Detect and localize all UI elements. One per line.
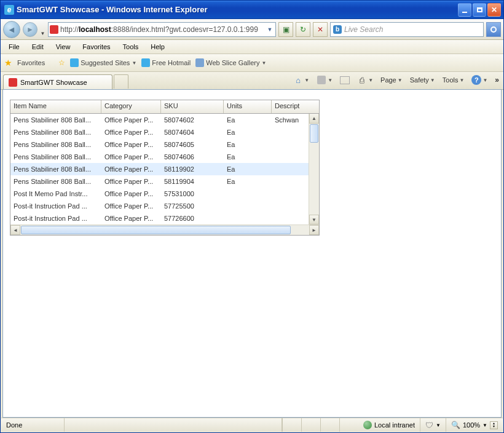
- cell: 58119902: [161, 165, 224, 173]
- forward-button[interactable]: ►: [23, 22, 37, 37]
- cell: Ea: [224, 153, 272, 161]
- refresh-button[interactable]: ↻: [296, 22, 310, 37]
- col-item-name[interactable]: Item Name: [10, 100, 101, 113]
- maximize-button[interactable]: [473, 3, 486, 17]
- cell: Office Paper P...: [101, 190, 161, 197]
- back-button[interactable]: ◄: [3, 21, 20, 38]
- cell: Schwan: [272, 116, 307, 124]
- col-category[interactable]: Category: [101, 100, 161, 113]
- minimize-button[interactable]: [458, 3, 471, 17]
- tab-site-icon: [9, 78, 17, 87]
- grid-body: Pens Stabiliner 808 Ball...Office Paper …: [10, 114, 319, 224]
- table-row[interactable]: Pens Stabiliner 808 Ball...Office Paper …: [10, 114, 309, 126]
- cell: Pens Stabiliner 808 Ball...: [10, 129, 101, 136]
- stop-button[interactable]: ✕: [313, 22, 328, 37]
- vertical-scrollbar[interactable]: ▲ ▼: [309, 114, 319, 224]
- cell: 58074602: [161, 116, 224, 124]
- cell: Office Paper P...: [101, 153, 161, 161]
- col-sku[interactable]: SKU: [161, 100, 224, 113]
- magnifier-icon: 🔍: [451, 421, 460, 429]
- help-icon: ?: [471, 75, 481, 85]
- resize-grip-icon[interactable]: ▴▾: [490, 421, 498, 429]
- star-icon: ★: [4, 58, 12, 68]
- scroll-right-icon[interactable]: ►: [309, 225, 319, 235]
- menu-help[interactable]: Help: [145, 42, 170, 52]
- scroll-left-icon[interactable]: ◄: [10, 225, 20, 235]
- cell: 58119904: [161, 178, 224, 185]
- fav-add-icon[interactable]: ☆: [58, 58, 65, 67]
- table-row[interactable]: Pens Stabiliner 808 Ball...Office Paper …: [10, 175, 309, 188]
- zoom-control[interactable]: 🔍 100% ▼ ▴▾: [446, 418, 503, 432]
- compat-button[interactable]: ▣: [278, 22, 293, 37]
- new-tab-button[interactable]: [114, 74, 128, 89]
- tools-menu[interactable]: Tools▼: [441, 75, 467, 85]
- cell: Office Paper P...: [101, 116, 161, 124]
- web-slice-gallery[interactable]: Web Slice Gallery▼: [195, 58, 266, 67]
- cell: Post-it Instruction Pad ...: [10, 202, 101, 210]
- menu-file[interactable]: File: [3, 42, 25, 52]
- table-row[interactable]: Post-it Instruction Pad ...Office Paper …: [10, 200, 309, 212]
- shield-icon: 🛡: [425, 421, 433, 430]
- table-row[interactable]: Pens Stabiliner 808 Ball...Office Paper …: [10, 126, 309, 138]
- page-content: java2s.com Item Name Category SKU Units …: [2, 89, 502, 418]
- favorites-button[interactable]: Favorites: [17, 59, 45, 66]
- menu-view[interactable]: View: [50, 42, 76, 52]
- cell: 57531000: [161, 190, 224, 197]
- read-mail-button[interactable]: [338, 74, 352, 86]
- feeds-button[interactable]: ▼: [315, 74, 334, 86]
- cell: 57725500: [161, 202, 224, 210]
- table-row[interactable]: Post It Memo Pad Instr...Office Paper P.…: [10, 188, 309, 200]
- free-hotmail[interactable]: Free Hotmail: [141, 58, 191, 67]
- command-bar: ⌂▼ ▼ ⎙▼ Page▼ Safety▼ Tools▼ ?▼ »: [291, 74, 501, 86]
- search-placeholder: Live Search: [344, 25, 383, 34]
- close-button[interactable]: [487, 3, 501, 17]
- url-text: http://localhost:8888/index.html?gwt.cod…: [60, 25, 264, 34]
- search-box[interactable]: b Live Search: [330, 22, 484, 37]
- horizontal-scrollbar[interactable]: ◄ ►: [10, 224, 319, 235]
- cell: Pens Stabiliner 808 Ball...: [10, 165, 101, 173]
- cell: Office Paper P...: [101, 165, 161, 173]
- vscroll-thumb[interactable]: [310, 124, 318, 143]
- hscroll-thumb[interactable]: [21, 226, 291, 234]
- menu-edit[interactable]: Edit: [26, 42, 49, 52]
- status-text: Done: [1, 418, 65, 432]
- cell: Pens Stabiliner 808 Ball...: [10, 153, 101, 161]
- table-row[interactable]: Pens Stabiliner 808 Ball...Office Paper …: [10, 138, 309, 151]
- data-grid: Item Name Category SKU Units Descript Pe…: [10, 100, 320, 236]
- window-title: SmartGWT Showcase - Windows Internet Exp…: [17, 5, 458, 14]
- home-button[interactable]: ⌂▼: [291, 74, 311, 86]
- address-bar[interactable]: http://localhost:8888/index.html?gwt.cod…: [48, 22, 276, 37]
- security-zone[interactable]: Local intranet: [358, 418, 420, 432]
- nav-toolbar: ◄ ► ▼ http://localhost:8888/index.html?g…: [1, 19, 503, 40]
- address-dropdown-icon[interactable]: ▼: [266, 26, 274, 33]
- overflow-button[interactable]: »: [493, 74, 501, 85]
- col-descript[interactable]: Descript: [272, 100, 307, 113]
- suggested-sites[interactable]: Suggested Sites▼: [70, 58, 136, 67]
- print-button[interactable]: ⎙▼: [355, 74, 375, 86]
- page-menu[interactable]: Page▼: [379, 75, 404, 85]
- cell: 58074606: [161, 153, 224, 161]
- help-button[interactable]: ?▼: [470, 74, 489, 86]
- cell: Pens Stabiliner 808 Ball...: [10, 116, 101, 124]
- cell: Ea: [224, 165, 272, 173]
- protected-mode[interactable]: 🛡▼: [420, 418, 446, 432]
- bing-icon: b: [333, 25, 342, 34]
- cell: Ea: [224, 116, 272, 124]
- safety-menu[interactable]: Safety▼: [408, 75, 437, 85]
- scroll-up-icon[interactable]: ▲: [309, 114, 319, 124]
- nav-history-dropdown[interactable]: ▼: [40, 20, 45, 38]
- table-row[interactable]: Pens Stabiliner 808 Ball...Office Paper …: [10, 151, 309, 163]
- menu-tools[interactable]: Tools: [117, 42, 144, 52]
- cell: Post-it Instruction Pad ...: [10, 215, 101, 222]
- tab-smartgwt-showcase[interactable]: SmartGWT Showcase: [3, 74, 112, 89]
- menu-favorites[interactable]: Favorites: [77, 42, 116, 52]
- search-go-button[interactable]: [486, 22, 501, 37]
- cell: Office Paper P...: [101, 141, 161, 148]
- scroll-down-icon[interactable]: ▼: [309, 215, 319, 224]
- rss-icon: [317, 76, 326, 84]
- status-bar: Done Local intranet 🛡▼ 🔍 100% ▼ ▴▾: [1, 418, 503, 432]
- table-row[interactable]: Pens Stabiliner 808 Ball...Office Paper …: [10, 163, 309, 175]
- table-row[interactable]: Post-it Instruction Pad ...Office Paper …: [10, 212, 309, 224]
- col-units[interactable]: Units: [224, 100, 272, 113]
- cell: 58074605: [161, 141, 224, 148]
